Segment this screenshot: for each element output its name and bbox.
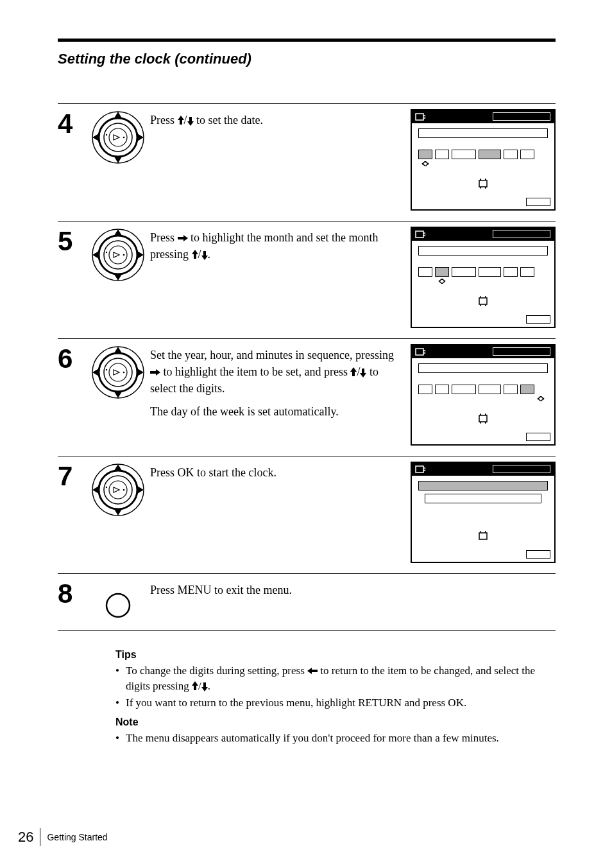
svg-point-12 — [123, 254, 125, 256]
text: to highlight the item to be set, and pre… — [160, 365, 350, 378]
step-4: 4 Press / to set the date. — [58, 103, 556, 221]
svg-rect-7 — [479, 180, 487, 187]
menu-button-icon — [86, 579, 150, 619]
steps-list: 4 Press / to set the date. — [58, 103, 556, 631]
step-number: 5 — [58, 227, 86, 255]
svg-point-4 — [123, 137, 125, 139]
svg-rect-22 — [416, 349, 423, 355]
svg-point-5 — [106, 134, 107, 135]
text: The day of the week is set automatically… — [150, 403, 399, 420]
svg-point-1 — [99, 118, 137, 157]
tips-section: Tips To change the digits during setting… — [115, 649, 556, 746]
step-text: Press OK to start the clock. — [150, 462, 411, 487]
svg-point-20 — [123, 372, 125, 374]
page-footer: 26 Getting Started — [18, 828, 108, 846]
step-number: 6 — [58, 344, 86, 372]
svg-point-32 — [106, 594, 130, 617]
dpad-icon — [86, 227, 150, 282]
svg-rect-23 — [479, 415, 487, 422]
svg-point-29 — [106, 487, 107, 488]
svg-point-17 — [99, 353, 137, 392]
up-arrow-icon — [178, 116, 184, 125]
step-8: 8 Press MENU to exit the menu. — [58, 573, 556, 631]
svg-point-8 — [92, 229, 144, 281]
step-5: 5 Press to highlight the month and set t… — [58, 221, 556, 338]
svg-rect-30 — [416, 466, 423, 473]
down-arrow-icon — [360, 369, 366, 378]
screen-preview — [411, 109, 556, 211]
svg-rect-31 — [479, 533, 487, 539]
step-number: 7 — [58, 462, 86, 490]
section-title: Setting the clock (continued) — [58, 51, 556, 67]
svg-rect-15 — [479, 298, 487, 304]
note-item: The menu disappears automatically if you… — [115, 731, 556, 746]
text: Press MENU to exit the menu. — [150, 582, 399, 598]
step-6: 6 Set the year, hour, and minutes in seq… — [58, 338, 556, 456]
up-arrow-icon — [192, 250, 198, 259]
footer-section: Getting Started — [47, 832, 107, 842]
up-arrow-icon — [192, 681, 198, 690]
step-number: 4 — [58, 109, 86, 137]
tips-header: Tips — [115, 649, 556, 661]
text: Press OK to start the clock. — [150, 464, 399, 481]
left-arrow-icon — [307, 667, 318, 675]
step-text: Press to highlight the month and set the… — [150, 227, 411, 269]
right-arrow-icon — [178, 234, 188, 242]
svg-point-2 — [104, 123, 132, 152]
svg-point-26 — [104, 476, 132, 504]
svg-point-18 — [104, 358, 132, 386]
dpad-icon — [86, 109, 150, 164]
svg-point-13 — [106, 252, 107, 253]
dpad-icon — [86, 344, 150, 399]
svg-point-0 — [92, 112, 144, 163]
svg-point-24 — [92, 464, 144, 516]
svg-point-25 — [99, 471, 137, 509]
svg-rect-6 — [416, 114, 423, 120]
tip-item: To change the digits during setting, pre… — [115, 663, 556, 694]
down-arrow-icon — [201, 682, 208, 691]
tip-item: If you want to return to the previous me… — [115, 695, 556, 711]
step-number: 8 — [58, 579, 86, 607]
page-number: 26 — [18, 829, 33, 846]
note-header: Note — [115, 716, 556, 728]
text: Press — [150, 231, 178, 244]
down-arrow-icon — [187, 117, 194, 126]
screen-preview — [411, 344, 556, 446]
text: Set the year, hour, and minutes in seque… — [150, 349, 394, 361]
footer-separator — [40, 828, 40, 846]
text: . — [208, 248, 211, 261]
text: Press — [150, 114, 178, 126]
text: . — [208, 680, 210, 692]
text: To change the digits during setting, pre… — [126, 664, 307, 677]
svg-point-28 — [123, 489, 125, 491]
step-7: 7 Press OK to start the clock. — [58, 456, 556, 573]
svg-point-21 — [106, 369, 107, 370]
svg-point-16 — [92, 347, 144, 398]
step-text: Press / to set the date. — [150, 109, 411, 135]
svg-point-9 — [99, 236, 137, 274]
step-text: Press MENU to exit the menu. — [150, 579, 411, 605]
text: to set the date. — [194, 114, 263, 126]
header-rule — [58, 39, 556, 42]
svg-rect-14 — [416, 231, 423, 238]
down-arrow-icon — [201, 251, 208, 260]
screen-preview — [411, 462, 556, 563]
up-arrow-icon — [350, 367, 357, 376]
svg-point-10 — [104, 241, 132, 269]
screen-preview — [411, 227, 556, 328]
right-arrow-icon — [150, 369, 160, 376]
dpad-icon — [86, 462, 150, 517]
step-text: Set the year, hour, and minutes in seque… — [150, 344, 411, 426]
